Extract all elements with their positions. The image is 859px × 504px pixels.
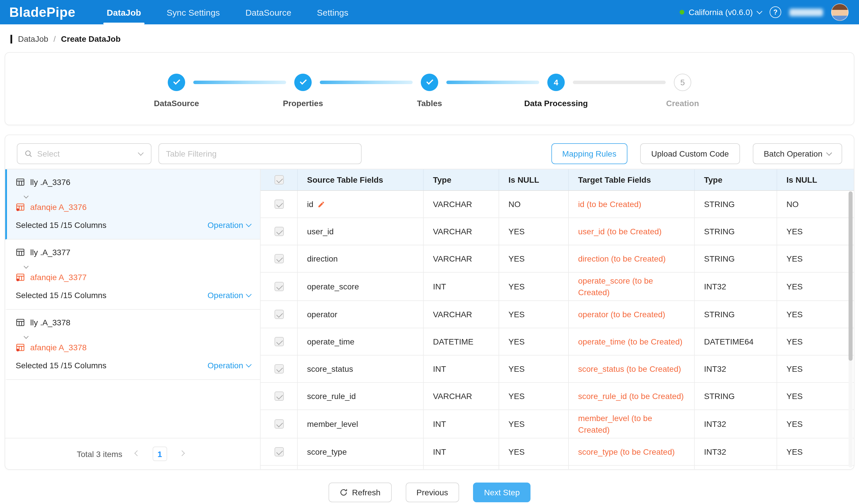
edit-pencil-icon[interactable] <box>317 200 325 208</box>
table-row: direction VARCHAR YES direction (to be C… <box>261 245 854 272</box>
cell-source-field: id <box>298 191 424 218</box>
selected-columns-text: Selected 15 /15 Columns <box>16 290 106 300</box>
brand-logo[interactable]: BladePipe <box>9 4 75 20</box>
chevron-down-icon <box>246 362 252 367</box>
cell-target-type: STRING <box>695 383 777 409</box>
step-properties: Properties <box>294 73 312 108</box>
cell-select <box>261 328 298 355</box>
operation-link[interactable]: Operation <box>208 220 251 230</box>
pagination-prev-icon[interactable] <box>131 447 144 460</box>
help-icon[interactable]: ? <box>770 6 781 18</box>
cell-source-field: score_type <box>298 439 424 465</box>
select-all-checkbox[interactable] <box>274 175 284 185</box>
cell-source-isnull: YES <box>499 272 569 300</box>
breadcrumb-parent[interactable]: DataJob <box>18 34 48 44</box>
main-nav: DataJob Sync Settings DataSource Setting… <box>102 0 370 25</box>
cell-source-type: INT <box>424 272 499 300</box>
cell-source-field: operate_score <box>298 272 424 300</box>
row-checkbox[interactable] <box>274 419 284 429</box>
nav-item-datajob[interactable]: DataJob <box>102 0 146 25</box>
table-row: score_rule_id VARCHAR YES score_rule_id … <box>261 383 854 410</box>
previous-button[interactable]: Previous <box>405 483 459 502</box>
cell-target-type: INT32 <box>695 356 777 382</box>
row-checkbox[interactable] <box>274 364 284 374</box>
cell-target-isnull: YES <box>777 245 854 272</box>
row-checkbox[interactable] <box>274 254 284 263</box>
button-label: Next Step <box>484 488 520 497</box>
table-row: score_type INT YES score_type (to be Cre… <box>261 439 854 466</box>
target-table-icon <box>16 202 25 212</box>
step-label: Data Processing <box>524 98 588 108</box>
cell-target-field: member_level (to be Created) <box>569 410 695 438</box>
table-list-item[interactable]: lly .A_3378 afanqie A_3378 Selected 15 /… <box>5 310 260 380</box>
operation-link[interactable]: Operation <box>208 361 251 370</box>
select-dropdown[interactable]: Select <box>17 143 151 164</box>
row-checkbox[interactable] <box>274 200 284 209</box>
row-checkbox[interactable] <box>274 447 284 456</box>
vertical-scrollbar-track[interactable] <box>848 191 853 468</box>
cell-source-field: operator <box>298 301 424 328</box>
user-avatar[interactable] <box>831 3 848 21</box>
upload-custom-code-button[interactable]: Upload Custom Code <box>640 143 740 164</box>
cell-source-isnull: YES <box>499 383 569 409</box>
step-done-icon <box>421 73 438 91</box>
footer-actions: Refresh Previous Next Step <box>0 483 859 502</box>
vertical-scrollbar-thumb[interactable] <box>848 191 853 361</box>
selection-row: Selected 15 /15 Columns Operation <box>16 360 251 371</box>
step-data-processing: 4 Data Processing <box>547 73 565 108</box>
check-icon <box>426 77 433 84</box>
cell-select <box>261 191 298 218</box>
chevron-down-icon <box>826 150 832 156</box>
nav-item-datasource[interactable]: DataSource <box>241 0 296 25</box>
operation-label: Operation <box>208 220 243 230</box>
top-navbar: BladePipe DataJob Sync Settings DataSour… <box>0 0 859 25</box>
source-table-name: lly .A_3376 <box>30 177 71 187</box>
table-list-item[interactable]: lly .A_3377 afanqie A_3377 Selected 15 /… <box>5 239 260 310</box>
cell-source-isnull: YES <box>499 439 569 465</box>
refresh-button[interactable]: Refresh <box>328 483 391 502</box>
cell-source-type: INT <box>424 356 499 382</box>
cell-target-type: INT32 <box>695 272 777 300</box>
cell-target-isnull: YES <box>777 410 854 438</box>
pagination-next-icon[interactable] <box>176 447 189 460</box>
region-label: California (v0.6.0) <box>689 7 753 17</box>
cell-target-isnull: YES <box>777 328 854 355</box>
cell-select <box>261 356 298 382</box>
table-list-item[interactable]: lly .A_3376 afanqie A_3376 Selected 15 /… <box>5 169 260 239</box>
button-label: Mapping Rules <box>562 149 616 158</box>
source-table-row: lly .A_3378 <box>16 317 251 328</box>
pagination-page-1[interactable]: 1 <box>153 446 167 461</box>
cell-select <box>261 383 298 409</box>
row-checkbox[interactable] <box>274 392 284 401</box>
source-table-icon <box>16 177 25 187</box>
target-table-icon <box>16 343 25 352</box>
source-table-name: lly .A_3377 <box>30 248 71 257</box>
operation-link[interactable]: Operation <box>208 290 251 300</box>
header-source-fields: Source Table Fields <box>298 169 424 190</box>
mapping-rules-button[interactable]: Mapping Rules <box>551 143 628 164</box>
field-name: id <box>307 198 313 210</box>
cell-target-type: DATETIME64 <box>695 328 777 355</box>
table-filtering-input[interactable] <box>159 143 362 164</box>
username-redacted <box>789 9 823 16</box>
nav-item-settings[interactable]: Settings <box>312 0 353 25</box>
header-source-type: Type <box>424 169 499 190</box>
cell-target-isnull: YES <box>777 383 854 409</box>
target-table-row: afanqie A_3376 <box>16 201 251 213</box>
nav-item-sync-settings[interactable]: Sync Settings <box>162 0 224 25</box>
selection-row: Selected 15 /15 Columns Operation <box>16 219 251 231</box>
row-checkbox[interactable] <box>274 227 284 236</box>
cell-source-field: member_level <box>298 410 424 438</box>
next-step-button[interactable]: Next Step <box>473 483 531 502</box>
cell-select <box>261 439 298 465</box>
cell-target-type: INT32 <box>695 410 777 438</box>
row-checkbox[interactable] <box>274 282 284 291</box>
status-dot-icon <box>679 10 684 15</box>
batch-operation-button[interactable]: Batch Operation <box>753 143 842 164</box>
cell-source-type: VARCHAR <box>424 191 499 218</box>
page-title: Create DataJob <box>61 34 120 44</box>
row-checkbox[interactable] <box>274 310 284 319</box>
cell-select <box>261 301 298 328</box>
row-checkbox[interactable] <box>274 337 284 346</box>
region-selector[interactable]: California (v0.6.0) <box>679 7 762 17</box>
